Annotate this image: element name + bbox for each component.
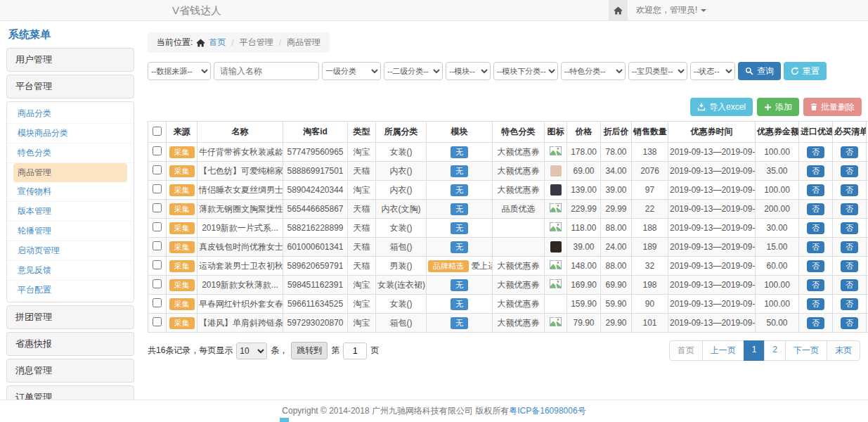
per-page-select[interactable]: 10 — [236, 343, 267, 359]
taoke-id: 565446685867 — [283, 200, 348, 219]
product-name: 【七色纺】可爱纯棉家... — [197, 162, 283, 181]
sidebar-subitem[interactable]: 商品管理 — [13, 163, 127, 182]
row-checkbox[interactable] — [153, 203, 162, 212]
sidebar-subitem[interactable]: 模块商品分类 — [7, 124, 134, 143]
category-l2-select[interactable]: --二级分类-- — [384, 62, 443, 80]
sidebar-item[interactable]: 拼团管理 — [6, 305, 134, 329]
source-badge: 采集 — [169, 222, 195, 234]
feature-category-select[interactable]: --特色分类-- — [561, 62, 626, 80]
sidebar-item[interactable]: 订单管理 — [6, 385, 134, 399]
page-link[interactable]: 末页 — [827, 340, 860, 361]
sidebar-subitem[interactable]: 版本管理 — [7, 202, 134, 222]
import-select-toggle[interactable]: 否 — [807, 260, 824, 272]
import-select-toggle[interactable]: 否 — [807, 298, 824, 310]
user-menu[interactable]: 欢迎您，管理员! — [628, 0, 715, 20]
must-buy-toggle[interactable]: 否 — [841, 222, 858, 234]
sidebar-subitem[interactable]: 宣传物料 — [7, 182, 134, 202]
breadcrumb-separator: / — [229, 38, 235, 48]
column-header: 优惠券金额 — [756, 122, 799, 143]
home-icon — [614, 6, 623, 15]
breadcrumb-item: 商品管理 — [287, 37, 320, 49]
batch-delete-button[interactable]: 批量删除 — [803, 98, 862, 116]
breadcrumb-home-link[interactable]: 首页 — [209, 37, 226, 49]
row-checkbox[interactable] — [153, 241, 162, 250]
row-checkbox[interactable] — [153, 298, 162, 307]
sidebar-subitem[interactable]: 启动页管理 — [7, 241, 134, 261]
import-select-toggle[interactable]: 否 — [807, 165, 824, 177]
module-subcategory-select[interactable]: --模块下分类-- — [493, 62, 558, 80]
column-header: 所属分类 — [376, 122, 427, 143]
data-source-select[interactable]: --数据来源-- — [148, 62, 211, 80]
product-category: 内衣(文胸) — [376, 200, 427, 219]
table-actions: 导入excel 添加 批量删除 — [148, 98, 862, 116]
sidebar-subitem[interactable]: 特色分类 — [7, 143, 134, 163]
must-buy-toggle[interactable]: 否 — [841, 241, 858, 253]
module-select[interactable]: --模块-- — [446, 62, 491, 80]
product-type: 天猫 — [348, 162, 376, 181]
must-buy-toggle[interactable]: 否 — [841, 184, 858, 196]
navbar-right: 欢迎您，管理员! — [609, 0, 715, 20]
must-buy-toggle[interactable]: 否 — [841, 298, 858, 310]
must-buy-toggle[interactable]: 否 — [841, 165, 858, 177]
search-button[interactable]: 查询 — [738, 62, 781, 80]
module-none-badge: 无 — [451, 165, 468, 177]
page-link[interactable]: 首页 — [669, 340, 703, 361]
module-cell: 无 — [427, 238, 493, 257]
must-buy-toggle[interactable]: 否 — [841, 146, 858, 158]
row-checkbox[interactable] — [153, 317, 162, 326]
import-select-toggle[interactable]: 否 — [807, 222, 824, 234]
page-link[interactable]: 下一页 — [785, 340, 827, 361]
feature-category: 大额优惠券 — [493, 143, 545, 162]
must-buy-toggle[interactable]: 否 — [841, 317, 858, 329]
import-select-toggle[interactable]: 否 — [807, 184, 824, 196]
row-checkbox[interactable] — [153, 184, 162, 193]
select-all-checkbox[interactable] — [153, 127, 162, 136]
home-button[interactable] — [609, 0, 628, 20]
broken-image-icon — [550, 317, 562, 326]
page-current[interactable]: 1 — [744, 340, 765, 361]
sales-count: 101 — [632, 314, 668, 333]
import-select-toggle[interactable]: 否 — [807, 146, 824, 158]
status-select[interactable]: --状态-- — [690, 62, 735, 80]
product-category: 女装() — [376, 219, 427, 238]
sidebar-subitem[interactable]: 商品分类 — [7, 104, 134, 124]
row-checkbox[interactable] — [153, 146, 162, 155]
row-checkbox[interactable] — [153, 222, 162, 231]
add-button[interactable]: 添加 — [757, 98, 799, 116]
sidebar-item[interactable]: 用户管理 — [6, 48, 134, 72]
must-buy-toggle[interactable]: 否 — [841, 260, 858, 272]
sidebar-subitem[interactable]: 平台配置 — [7, 281, 134, 300]
product-category: 内衣() — [376, 181, 427, 200]
import-select-toggle[interactable]: 否 — [807, 241, 824, 253]
sidebar-subitem[interactable]: 轮播管理 — [7, 222, 134, 241]
import-select-toggle[interactable]: 否 — [807, 279, 824, 291]
sidebar-item[interactable]: 省惠快报 — [6, 332, 134, 356]
row-checkbox[interactable] — [153, 279, 162, 288]
icp-link[interactable]: 粤ICP备16098006号 — [509, 405, 585, 417]
sidebar-item[interactable]: 消息管理 — [6, 359, 134, 383]
sidebar-item[interactable]: 平台管理 — [6, 75, 134, 98]
product-category: 箱包() — [376, 314, 427, 333]
import-select-toggle[interactable]: 否 — [807, 203, 824, 215]
table-row: 采集 薄款无钢圈文胸聚拢性... 565446685867 天猫 内衣(文胸) … — [148, 200, 868, 219]
page-link[interactable]: 2 — [764, 340, 786, 361]
app-brand: V省钱达人 — [172, 0, 221, 20]
price: 118.00 — [567, 219, 601, 238]
row-checkbox[interactable] — [153, 260, 162, 269]
jump-page-input[interactable] — [343, 343, 367, 359]
sidebar-subitem[interactable]: 意见反馈 — [7, 261, 134, 281]
import-excel-button[interactable]: 导入excel — [690, 98, 753, 116]
page-link[interactable]: 上一页 — [702, 340, 744, 361]
row-checkbox[interactable] — [153, 165, 162, 174]
must-buy-toggle[interactable]: 否 — [841, 279, 858, 291]
category-l1-select[interactable]: 一级分类 — [322, 62, 381, 80]
jump-button[interactable]: 跳转到 — [291, 342, 328, 359]
import-select-toggle[interactable]: 否 — [807, 317, 824, 329]
feature-category: 大额优惠券 — [493, 295, 545, 314]
table-row: 采集 【港风】单肩斜跨链条... 597293020870 淘宝 箱包() 无 … — [148, 314, 868, 333]
must-buy-toggle[interactable]: 否 — [841, 203, 858, 215]
name-search-input[interactable] — [214, 62, 319, 80]
reset-button[interactable]: 重置 — [784, 62, 827, 80]
feature-category: 大额优惠券 — [493, 314, 545, 333]
item-type-select[interactable]: --宝贝类型-- — [628, 62, 687, 80]
